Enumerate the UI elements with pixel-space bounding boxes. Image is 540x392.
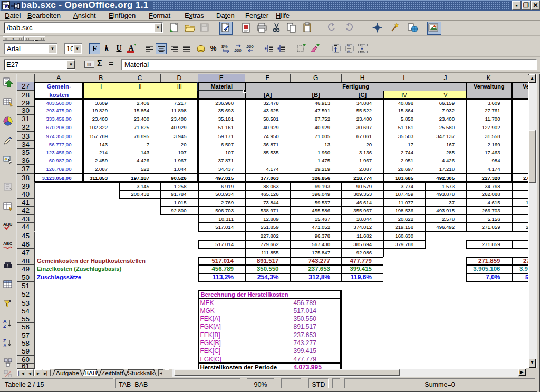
svg-text:ABC: ABC (3, 241, 13, 246)
svg-text:A: A (3, 343, 7, 348)
svg-text:.000: .000 (234, 48, 242, 53)
svg-text:.000: .000 (246, 44, 254, 49)
svg-text:ABC: ABC (3, 222, 13, 227)
svg-text:Z: Z (3, 324, 6, 329)
svg-text:$%: $% (221, 44, 228, 49)
